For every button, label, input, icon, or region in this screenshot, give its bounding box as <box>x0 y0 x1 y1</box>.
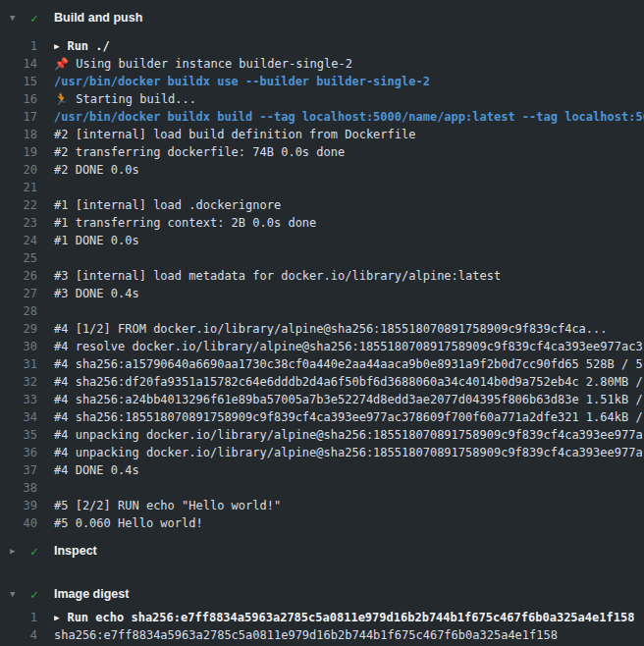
line-number[interactable]: 4 <box>0 626 37 644</box>
log-line: 15/usr/bin/docker buildx use --builder b… <box>0 73 644 90</box>
section-header-inspect[interactable]: ▶✓Inspect <box>0 532 644 561</box>
log-line-text: ▶Run ./ <box>54 37 110 55</box>
line-number[interactable]: 32 <box>0 373 37 391</box>
line-number[interactable]: 38 <box>0 479 37 497</box>
line-number[interactable]: 40 <box>0 514 37 532</box>
section-header-image-digest[interactable]: ▼✓Image digest <box>0 561 644 604</box>
log-line: 25 <box>0 249 644 267</box>
log-line: 40#5 0.060 Hello world! <box>0 514 644 532</box>
runner-icon: 🏃 <box>54 92 76 106</box>
pushpin-icon: 📌 <box>54 57 76 71</box>
line-number[interactable]: 24 <box>0 232 37 249</box>
line-number[interactable]: 34 <box>0 408 37 426</box>
log-line: 17/usr/bin/docker buildx build --tag loc… <box>0 108 644 126</box>
log-command-text: /usr/bin/docker buildx use --builder bui… <box>54 73 430 90</box>
line-number[interactable]: 26 <box>0 267 37 285</box>
log-section-image-digest: ▼✓Image digest1▶Run echo sha256:e7ff8834… <box>0 561 644 644</box>
log-line-text: #4 DONE 0.4s <box>54 461 139 479</box>
log-command-text: /usr/bin/docker buildx build --tag local… <box>54 108 644 126</box>
log-line: 35#4 unpacking docker.io/library/alpine@… <box>0 426 644 444</box>
section-title: Inspect <box>54 541 97 561</box>
line-number[interactable]: 23 <box>0 214 37 232</box>
log-line-text: 📌 Using builder instance builder-single-… <box>54 55 352 73</box>
line-number[interactable]: 30 <box>0 338 37 355</box>
expand-arrow-icon[interactable]: ▶ <box>54 609 59 626</box>
log-line: 22#1 [internal] load .dockerignore <box>0 196 644 214</box>
line-number[interactable]: 16 <box>0 90 37 108</box>
log-line: 19#2 transferring dockerfile: 74B 0.0s d… <box>0 143 644 161</box>
line-number[interactable]: 35 <box>0 426 37 444</box>
log-line: 34#4 sha256:185518070891758909c9f839cf4c… <box>0 408 644 426</box>
line-number[interactable]: 28 <box>0 302 37 320</box>
expand-arrow-icon[interactable]: ▶ <box>54 37 59 55</box>
log-line-text: #4 [1/2] FROM docker.io/library/alpine@s… <box>54 320 608 338</box>
line-number[interactable]: 1 <box>0 37 37 55</box>
line-number[interactable]: 17 <box>0 108 37 126</box>
log-line-text: #3 [internal] load metadata for docker.i… <box>54 267 501 285</box>
log-line: 31#4 sha256:a15790640a6690aa1730c38cf0a4… <box>0 355 644 373</box>
log-line: 1▶Run echo sha256:e7ff8834a5963a2785c5a0… <box>0 609 644 626</box>
log-line: 29#4 [1/2] FROM docker.io/library/alpine… <box>0 320 644 338</box>
log-line: 16🏃 Starting build... <box>0 90 644 108</box>
log-line: 37#4 DONE 0.4s <box>0 461 644 479</box>
line-number[interactable]: 20 <box>0 161 37 179</box>
success-check-icon: ✓ <box>30 544 44 559</box>
log-line-text: #4 sha256:185518070891758909c9f839cf4ca3… <box>54 408 643 426</box>
chevron-down-icon[interactable]: ▼ <box>10 589 23 599</box>
log-line-text: #2 DONE 0.0s <box>54 161 139 179</box>
log-line-text: #4 sha256:df20fa9351a15782c64e6dddb2d4a6… <box>54 373 643 391</box>
log-section-inspect: ▶✓Inspect <box>0 532 644 561</box>
log-line: 21 <box>0 179 644 196</box>
log-line-text: #3 DONE 0.4s <box>54 285 139 302</box>
line-number[interactable]: 14 <box>0 55 37 73</box>
section-title: Image digest <box>54 584 129 604</box>
log-sections: ▼✓Build and push1▶Run ./14📌 Using builde… <box>0 0 644 644</box>
log-line-text: #5 [2/2] RUN echo "Hello world!" <box>54 497 281 514</box>
line-number[interactable]: 29 <box>0 320 37 338</box>
log-line-text: #4 unpacking docker.io/library/alpine@sh… <box>54 426 643 444</box>
section-title: Build and push <box>54 8 142 27</box>
log-line-text: #1 transferring context: 2B 0.0s done <box>54 214 316 232</box>
chevron-down-icon[interactable]: ▼ <box>10 13 23 23</box>
success-check-icon: ✓ <box>30 11 44 26</box>
log-line: 36#4 unpacking docker.io/library/alpine@… <box>0 444 644 461</box>
line-number[interactable]: 39 <box>0 497 37 514</box>
log-line-text: #4 resolve docker.io/library/alpine@sha2… <box>54 338 643 355</box>
log-line-text: #2 [internal] load build definition from… <box>54 126 415 143</box>
line-number[interactable]: 18 <box>0 126 37 143</box>
line-number[interactable]: 37 <box>0 461 37 479</box>
log-line-text: #4 unpacking docker.io/library/alpine@sh… <box>54 444 643 461</box>
line-number[interactable]: 1 <box>0 609 37 626</box>
log-line: 18#2 [internal] load build definition fr… <box>0 126 644 143</box>
log-line-text: #1 DONE 0.0s <box>54 232 139 249</box>
line-number[interactable]: 36 <box>0 444 37 461</box>
log-line: 28 <box>0 302 644 320</box>
log-line-text: #2 transferring dockerfile: 74B 0.0s don… <box>54 143 345 161</box>
chevron-right-icon[interactable]: ▶ <box>10 546 23 556</box>
log-line: 27#3 DONE 0.4s <box>0 285 644 302</box>
log-line-text: sha256:e7ff8834a5963a2785c5a0811e979d16b… <box>54 626 558 644</box>
log-line: 26#3 [internal] load metadata for docker… <box>0 267 644 285</box>
line-number[interactable]: 27 <box>0 285 37 302</box>
line-number[interactable]: 19 <box>0 143 37 161</box>
log-line-text: #1 [internal] load .dockerignore <box>54 196 281 214</box>
log-section-build-and-push: ▼✓Build and push1▶Run ./14📌 Using builde… <box>0 0 644 532</box>
actions-log-viewer: ▼✓Build and push1▶Run ./14📌 Using builde… <box>0 0 644 646</box>
line-number[interactable]: 21 <box>0 179 37 196</box>
section-header-build-and-push[interactable]: ▼✓Build and push <box>0 0 644 27</box>
log-line: 39#5 [2/2] RUN echo "Hello world!" <box>0 497 644 514</box>
log-line-text: #5 0.060 Hello world! <box>54 514 203 532</box>
log-line: 33#4 sha256:a24bb4013296f61e89ba57005a7b… <box>0 391 644 408</box>
log-line-text: #4 sha256:a15790640a6690aa1730c38cf0a440… <box>54 355 643 373</box>
log-line: 14📌 Using builder instance builder-singl… <box>0 55 644 73</box>
line-number[interactable]: 33 <box>0 391 37 408</box>
line-number[interactable]: 31 <box>0 355 37 373</box>
log-line: 23#1 transferring context: 2B 0.0s done <box>0 214 644 232</box>
line-number[interactable]: 15 <box>0 73 37 90</box>
log-line-text: #4 sha256:a24bb4013296f61e89ba57005a7b3e… <box>54 391 643 408</box>
success-check-icon: ✓ <box>30 587 44 602</box>
log-line: 38 <box>0 479 644 497</box>
line-number[interactable]: 25 <box>0 249 37 267</box>
section-log-body: 1▶Run ./14📌 Using builder instance build… <box>0 27 644 532</box>
line-number[interactable]: 22 <box>0 196 37 214</box>
